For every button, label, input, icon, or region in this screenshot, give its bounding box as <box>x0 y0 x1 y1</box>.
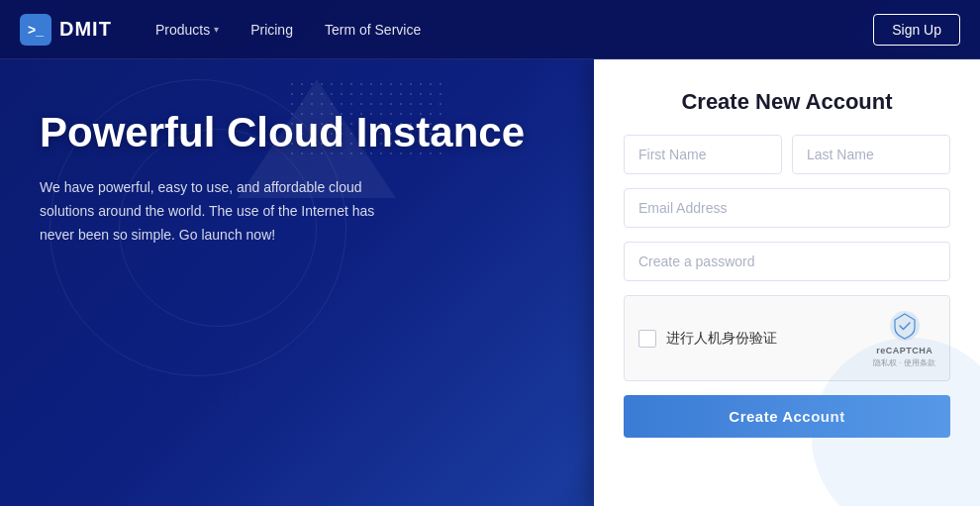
email-input[interactable] <box>624 188 950 228</box>
chevron-down-icon: ▾ <box>214 24 219 35</box>
signup-button[interactable]: Sign Up <box>873 14 960 46</box>
logo[interactable]: >_ DMIT <box>20 14 112 46</box>
logo-icon: >_ <box>20 14 51 46</box>
hero-section: Powerful Cloud Instance We have powerful… <box>0 59 594 506</box>
hero-title: Powerful Cloud Instance <box>40 109 564 156</box>
recaptcha-label: 进行人机身份验证 <box>666 330 777 348</box>
form-title: Create New Account <box>624 89 950 115</box>
nav-item-tos[interactable]: Term of Service <box>311 14 435 46</box>
last-name-input[interactable] <box>792 135 950 174</box>
nav-item-products[interactable]: Products ▾ <box>142 14 233 46</box>
nav-label-products: Products <box>155 22 210 38</box>
nav-item-pricing[interactable]: Pricing <box>237 14 307 46</box>
logo-icon-text: >_ <box>28 22 44 38</box>
recaptcha-left: 进行人机身份验证 <box>638 330 777 348</box>
password-input[interactable] <box>624 242 950 281</box>
main-content: Powerful Cloud Instance We have powerful… <box>0 59 980 506</box>
nav-links: Products ▾ Pricing Term of Service <box>142 14 873 46</box>
nav-label-pricing: Pricing <box>250 22 293 38</box>
name-row <box>624 135 950 174</box>
navbar: >_ DMIT Products ▾ Pricing Term of Servi… <box>0 0 980 59</box>
recaptcha-checkbox[interactable] <box>638 330 656 348</box>
first-name-input[interactable] <box>624 135 782 174</box>
logo-text: DMIT <box>59 18 112 41</box>
nav-label-tos: Term of Service <box>325 22 421 38</box>
hero-subtitle: We have powerful, easy to use, and affor… <box>40 176 396 247</box>
signup-form-panel: Create New Account 进行人机身份验证 <box>594 59 980 506</box>
